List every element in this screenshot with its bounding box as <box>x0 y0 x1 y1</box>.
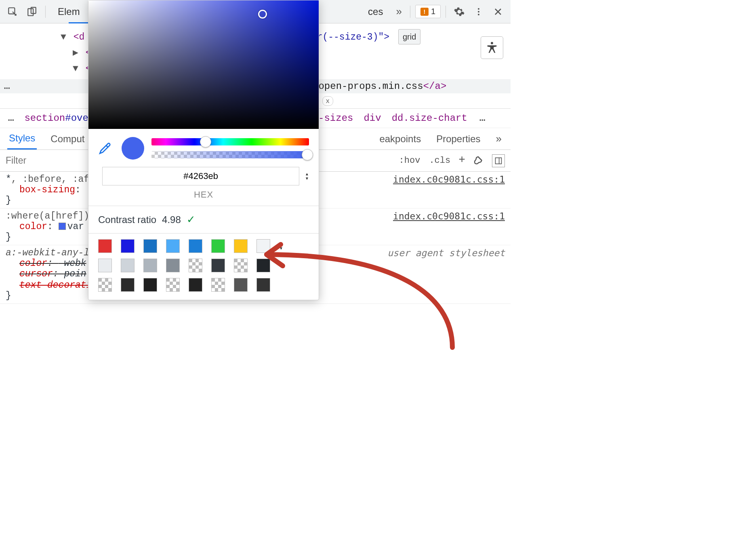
subtab-computed[interactable]: Comput <box>49 128 86 149</box>
breadcrumb-item[interactable]: dd.size-chart <box>392 113 467 124</box>
color-swatch[interactable] <box>59 223 66 230</box>
paint-brush-icon[interactable] <box>473 155 485 167</box>
alpha-thumb[interactable] <box>302 149 313 160</box>
tree-close-tag: </a> <box>423 81 447 92</box>
breadcrumb-ellipsis[interactable]: … <box>479 113 486 124</box>
saturation-value-field[interactable] <box>88 0 319 129</box>
svg-rect-7 <box>496 158 502 164</box>
palette-swatch[interactable] <box>189 259 202 272</box>
accessibility-icon[interactable] <box>481 36 503 59</box>
palette-swatch[interactable] <box>234 278 248 292</box>
toolbar-divider <box>410 6 410 18</box>
toolbar-divider <box>446 6 446 18</box>
new-style-rule-icon[interactable]: + <box>458 154 465 166</box>
breadcrumb-item[interactable]: div <box>364 113 381 124</box>
current-color-preview <box>122 137 144 160</box>
palette-swatch[interactable] <box>98 259 112 272</box>
chevron-down-icon[interactable]: ▼ <box>61 29 66 45</box>
gear-icon[interactable] <box>451 3 468 20</box>
rule-source-ua: user agent stylesheet <box>387 248 505 258</box>
rule-selector[interactable]: a:-webkit-any-l <box>6 248 89 258</box>
close-pill[interactable]: x <box>322 96 333 106</box>
issues-badge[interactable]: ! 1 <box>415 5 441 18</box>
palette-swatch[interactable] <box>98 278 112 292</box>
alpha-slider[interactable] <box>151 151 309 158</box>
palette-swatch[interactable] <box>189 239 202 253</box>
sv-cursor[interactable] <box>258 10 267 19</box>
palette-swatch[interactable] <box>211 278 225 292</box>
warning-icon: ! <box>420 8 429 16</box>
palette-swatch[interactable] <box>234 259 248 272</box>
tab-truncated-right[interactable]: ces <box>361 6 390 17</box>
contrast-ratio-row[interactable]: Contrast ratio 4.98 ✓ <box>88 206 319 233</box>
palette-swatch[interactable] <box>143 239 157 253</box>
rule-selector[interactable]: :where(a[href]) <box>6 211 89 221</box>
chevron-right-icon[interactable]: ▶ <box>73 45 78 61</box>
rule-source-link[interactable]: index.c0c9081c.css:1 <box>393 174 505 185</box>
palette-swatch[interactable] <box>121 239 135 253</box>
subtab-breakpoints[interactable]: eakpoints <box>378 128 422 149</box>
eyedropper-icon[interactable] <box>98 141 114 155</box>
palette-swatch[interactable] <box>256 259 270 272</box>
svg-point-6 <box>491 42 493 44</box>
hue-slider[interactable] <box>151 138 309 145</box>
svg-point-3 <box>478 8 479 10</box>
color-picker-popover: ▲▼ HEX Contrast ratio 4.98 ✓ ▲▼ <box>88 0 319 300</box>
close-icon[interactable] <box>490 3 507 20</box>
palette-swatch[interactable] <box>256 239 270 253</box>
palette-swatch[interactable] <box>121 259 135 272</box>
hex-input[interactable] <box>102 167 299 185</box>
tab-elements[interactable]: Elem <box>50 6 87 17</box>
palette-swatch[interactable] <box>256 278 270 292</box>
device-toggle-icon[interactable] <box>23 3 40 20</box>
grid-badge[interactable]: grid <box>398 29 420 44</box>
tree-text: open-props.min.css <box>318 81 423 92</box>
rule-selector[interactable]: *, :before, :af <box>6 174 89 185</box>
chevron-down-icon[interactable]: ▼ <box>73 61 78 77</box>
subtabs-overflow[interactable]: » <box>494 128 503 149</box>
subtab-properties[interactable]: Properties <box>435 128 482 149</box>
pill-label: x <box>326 97 330 105</box>
toolbar-divider <box>45 6 46 18</box>
palette-swatch[interactable] <box>166 278 180 292</box>
cls-toggle[interactable]: .cls <box>428 156 451 166</box>
subtab-styles[interactable]: Styles <box>7 128 37 149</box>
palette-swatch[interactable] <box>166 239 180 253</box>
contrast-label: Contrast ratio <box>98 214 156 225</box>
svg-point-5 <box>478 14 479 15</box>
palette-spinner[interactable]: ▲▼ <box>279 242 288 251</box>
palette-swatch[interactable] <box>189 278 202 292</box>
filter-tools: :hov .cls + <box>393 154 511 167</box>
issues-count: 1 <box>431 7 435 16</box>
palette-swatch[interactable] <box>211 259 225 272</box>
palette-swatch[interactable] <box>98 239 112 253</box>
inspect-icon[interactable] <box>4 3 21 20</box>
breadcrumb-item[interactable]: section#ove <box>24 113 88 124</box>
tree-tag: <d <box>74 32 85 42</box>
color-palette: ▲▼ <box>88 234 319 300</box>
rule-source-link[interactable]: index.c0c9081c.css:1 <box>393 211 505 221</box>
palette-swatch[interactable] <box>211 239 225 253</box>
color-format-label: HEX <box>88 188 319 206</box>
toggle-sidebar-icon[interactable] <box>492 154 505 167</box>
palette-swatch[interactable] <box>234 239 248 253</box>
ellipsis-icon: … <box>4 81 11 92</box>
hov-toggle[interactable]: :hov <box>398 156 421 166</box>
hue-thumb[interactable] <box>200 136 211 147</box>
svg-point-4 <box>478 11 479 13</box>
palette-swatch[interactable] <box>143 278 157 292</box>
contrast-value: 4.98 <box>162 214 181 225</box>
kebab-icon[interactable] <box>470 3 487 20</box>
palette-swatch[interactable] <box>143 259 157 272</box>
palette-swatch[interactable] <box>166 259 180 272</box>
palette-swatch[interactable] <box>121 278 135 292</box>
breadcrumb-ellipsis[interactable]: … <box>8 113 15 124</box>
tabs-overflow[interactable]: » <box>393 5 405 18</box>
format-spinner[interactable]: ▲▼ <box>305 172 309 181</box>
check-icon: ✓ <box>187 213 195 226</box>
